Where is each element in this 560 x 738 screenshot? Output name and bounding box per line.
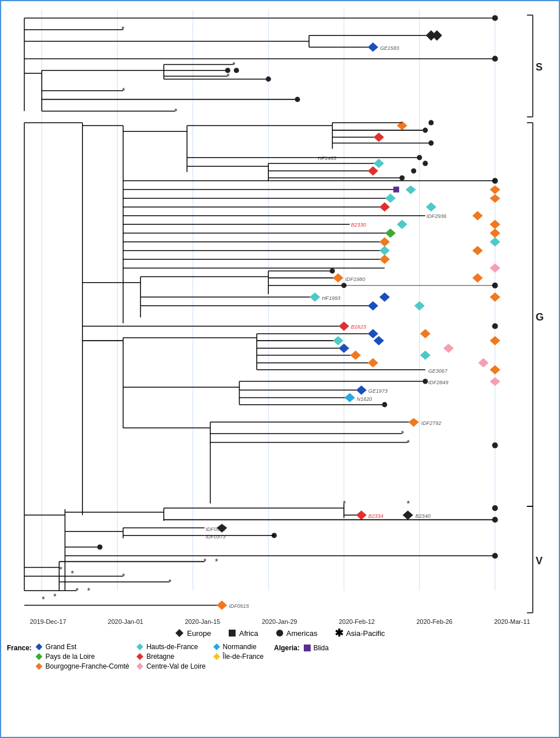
legend-blida: Blida bbox=[303, 644, 329, 652]
svg-text:V: V bbox=[536, 555, 543, 567]
legend-cvl: Centre-Val de Loire bbox=[136, 662, 205, 670]
svg-marker-127 bbox=[489, 292, 500, 302]
svg-marker-97 bbox=[385, 228, 395, 237]
svg-text:GE3067: GE3067 bbox=[428, 368, 448, 374]
legend-asia-pacific: ✱ Asia-Pacific bbox=[335, 628, 385, 638]
svg-marker-244 bbox=[213, 643, 220, 650]
asia-pacific-label: Asia-Pacific bbox=[346, 629, 385, 638]
svg-text:*: * bbox=[76, 586, 79, 595]
svg-marker-126 bbox=[379, 292, 390, 302]
svg-marker-70 bbox=[374, 159, 384, 168]
svg-marker-60 bbox=[374, 132, 384, 142]
svg-marker-147 bbox=[339, 343, 349, 353]
svg-text:*: * bbox=[122, 572, 126, 581]
blida-icon bbox=[303, 644, 311, 652]
svg-point-161 bbox=[422, 379, 428, 384]
svg-text:*: * bbox=[169, 577, 172, 587]
svg-marker-95 bbox=[489, 220, 500, 229]
svg-marker-140 bbox=[368, 329, 378, 338]
svg-marker-88 bbox=[426, 202, 436, 212]
svg-marker-82 bbox=[489, 185, 500, 194]
hauts-france-label: Hauts-de-France bbox=[146, 643, 198, 651]
svg-marker-165 bbox=[356, 385, 366, 395]
svg-text:HF1993: HF1993 bbox=[322, 295, 340, 301]
cvl-icon bbox=[136, 662, 144, 670]
americas-label: Americas bbox=[287, 629, 318, 638]
svg-point-38 bbox=[295, 97, 300, 102]
svg-marker-150 bbox=[350, 350, 361, 360]
svg-rect-250 bbox=[304, 645, 311, 651]
svg-point-34 bbox=[266, 76, 271, 81]
svg-text:IDF0515: IDF0515 bbox=[229, 603, 249, 609]
svg-text:B2330: B2330 bbox=[351, 222, 366, 228]
svg-text:*: * bbox=[232, 60, 236, 69]
legend-africa: Africa bbox=[228, 629, 258, 638]
svg-marker-106 bbox=[379, 255, 390, 264]
svg-marker-73 bbox=[368, 166, 378, 175]
svg-marker-153 bbox=[368, 358, 378, 368]
svg-marker-248 bbox=[36, 663, 42, 670]
x-label-3: 2020-Jan-15 bbox=[185, 618, 220, 625]
svg-text:B2334: B2334 bbox=[369, 513, 383, 519]
svg-marker-144 bbox=[374, 336, 384, 345]
africa-label: Africa bbox=[239, 629, 258, 638]
svg-marker-94 bbox=[397, 220, 407, 229]
svg-marker-104 bbox=[472, 246, 483, 255]
svg-point-71 bbox=[422, 161, 428, 166]
svg-marker-242 bbox=[36, 643, 42, 650]
africa-square-icon bbox=[228, 629, 236, 637]
svg-marker-145 bbox=[489, 336, 500, 345]
svg-text:*: * bbox=[122, 86, 126, 95]
grand-est-label: Grand Est bbox=[45, 643, 76, 651]
legend-idf: Île-de-France bbox=[213, 653, 264, 661]
svg-marker-148 bbox=[443, 343, 453, 353]
europe-label: Europe bbox=[187, 629, 211, 638]
svg-point-56 bbox=[429, 120, 434, 125]
svg-marker-245 bbox=[36, 653, 42, 660]
svg-marker-84 bbox=[385, 194, 395, 203]
svg-marker-143 bbox=[333, 336, 343, 345]
svg-marker-141 bbox=[420, 329, 430, 338]
svg-marker-246 bbox=[136, 653, 143, 660]
svg-point-181 bbox=[492, 443, 498, 448]
svg-marker-118 bbox=[472, 274, 483, 283]
svg-marker-129 bbox=[368, 301, 378, 310]
svg-marker-87 bbox=[379, 202, 390, 212]
svg-marker-151 bbox=[420, 350, 430, 360]
svg-point-114 bbox=[330, 268, 335, 274]
svg-text:B1623: B1623 bbox=[351, 324, 366, 330]
svg-marker-16 bbox=[432, 30, 442, 41]
x-label-1: 2019-Dec-17 bbox=[30, 618, 66, 625]
svg-rect-240 bbox=[229, 630, 236, 637]
svg-text:*: * bbox=[87, 586, 91, 595]
svg-text:GE1583: GE1583 bbox=[380, 45, 399, 51]
svg-marker-132 bbox=[339, 322, 349, 331]
legend-grand-est: Grand Est bbox=[35, 643, 129, 651]
svg-marker-157 bbox=[489, 365, 500, 374]
svg-text:*: * bbox=[174, 107, 178, 116]
svg-marker-199 bbox=[402, 510, 413, 520]
svg-point-195 bbox=[492, 505, 498, 511]
svg-text:B2340: B2340 bbox=[416, 513, 430, 519]
svg-marker-197 bbox=[356, 510, 366, 520]
svg-point-202 bbox=[492, 517, 498, 522]
svg-marker-81 bbox=[405, 185, 416, 194]
svg-text:*: * bbox=[42, 595, 45, 604]
svg-point-66 bbox=[417, 155, 422, 160]
normandie-icon bbox=[213, 643, 221, 651]
x-axis: 2019-Dec-17 2020-Jan-01 2020-Jan-15 2020… bbox=[30, 618, 530, 625]
legend-bfc: Bourgogne-Franche-Comté bbox=[35, 662, 129, 670]
tree-area: * GE1583 * bbox=[7, 7, 553, 622]
svg-point-30 bbox=[234, 68, 239, 73]
svg-marker-103 bbox=[379, 246, 390, 255]
svg-point-171 bbox=[382, 402, 387, 407]
svg-marker-239 bbox=[175, 629, 183, 637]
svg-text:IDF0373: IDF0373 bbox=[206, 534, 226, 540]
legend-area: Europe Africa Americas ✱ Asia-Pacific F bbox=[7, 625, 553, 731]
main-container: * GE1583 * bbox=[0, 0, 560, 738]
legend-hauts-france: Hauts-de-France bbox=[136, 643, 205, 651]
algeria-label: Algeria: bbox=[274, 644, 300, 652]
svg-marker-249 bbox=[136, 663, 143, 670]
svg-text:*: * bbox=[122, 25, 125, 34]
svg-point-21 bbox=[492, 56, 498, 61]
